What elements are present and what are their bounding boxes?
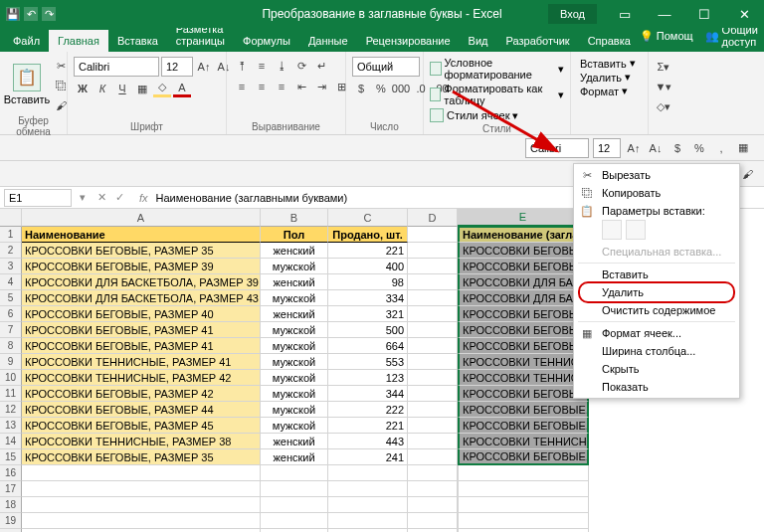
cell[interactable]: 321: [328, 306, 408, 322]
tab-file[interactable]: Файл: [4, 30, 49, 52]
mini-shrink-icon[interactable]: A↓: [647, 139, 665, 157]
wrap-text-icon[interactable]: ↵: [312, 57, 330, 75]
percent-icon[interactable]: %: [372, 80, 390, 97]
cell[interactable]: КРОССОВКИ ТЕННИСНЬ: [458, 354, 589, 370]
cell[interactable]: 334: [328, 290, 408, 306]
mini-comma-icon[interactable]: ,: [712, 139, 730, 157]
cell[interactable]: мужской: [261, 386, 328, 402]
paste-opt-1-icon[interactable]: [602, 220, 622, 240]
mini-font-name[interactable]: Calibri: [525, 138, 589, 158]
cell[interactable]: 98: [328, 274, 408, 290]
row-header[interactable]: 9: [0, 354, 22, 370]
cell[interactable]: [408, 481, 458, 497]
row-header[interactable]: 17: [0, 481, 22, 497]
cell[interactable]: [408, 370, 458, 386]
row-header[interactable]: 5: [0, 290, 22, 306]
cell[interactable]: КРОССОВКИ БЕГОВЫЕ,: [458, 306, 589, 322]
italic-icon[interactable]: К: [94, 80, 111, 97]
cell[interactable]: КРОССОВКИ БЕГОВЫЕ,: [458, 243, 589, 259]
cell[interactable]: 222: [328, 402, 408, 418]
cell[interactable]: [408, 434, 458, 449]
mini-currency-icon[interactable]: $: [668, 139, 686, 157]
cell[interactable]: [408, 322, 458, 338]
cell[interactable]: КРОССОВКИ БЕГОВЫЕ, РАЗМЕР 42: [22, 386, 261, 402]
cell[interactable]: КРОССОВКИ БЕГОВЫЕ, РАЗМЕР 41: [22, 338, 261, 354]
currency-icon[interactable]: $: [352, 80, 370, 97]
fb-dropdown-icon[interactable]: ▾: [80, 191, 96, 204]
col-header-D[interactable]: D: [408, 209, 458, 227]
cell[interactable]: женский: [261, 243, 328, 259]
cell[interactable]: мужской: [261, 338, 328, 354]
cell[interactable]: КРОССОВКИ БЕГОВЫЕ,: [458, 322, 589, 338]
cell[interactable]: 553: [328, 354, 408, 370]
cell[interactable]: [22, 481, 261, 497]
cell[interactable]: КРОССОВКИ БЕГОВЫЕ, РАЗМЕР 45: [22, 418, 261, 434]
cell[interactable]: [261, 465, 328, 481]
fx-icon[interactable]: fx: [135, 192, 152, 204]
close-icon[interactable]: ✕: [724, 0, 764, 28]
fill-icon[interactable]: ▼▾: [655, 78, 672, 95]
row-header[interactable]: 13: [0, 418, 22, 434]
cell[interactable]: [408, 449, 458, 465]
align-center-icon[interactable]: ≡: [253, 78, 271, 95]
orientation-icon[interactable]: ⟳: [292, 57, 310, 75]
tab-review[interactable]: Рецензирование: [357, 30, 460, 52]
tab-home[interactable]: Главная: [49, 30, 108, 52]
cell[interactable]: 500: [328, 322, 408, 338]
ctx-copy[interactable]: ⿻Копировать: [574, 184, 739, 202]
sum-icon[interactable]: Σ▾: [655, 58, 672, 76]
row-header[interactable]: 10: [0, 370, 22, 386]
cell[interactable]: КРОССОВКИ ТЕННИСНЫЕ, РАЗМЕР 38: [22, 434, 261, 449]
cell[interactable]: [408, 306, 458, 322]
cell[interactable]: [408, 354, 458, 370]
maximize-icon[interactable]: ☐: [684, 0, 724, 28]
cell[interactable]: [408, 290, 458, 306]
ctx-column-width[interactable]: Ширина столбца...: [574, 342, 739, 360]
cell[interactable]: [408, 338, 458, 354]
font-name-select[interactable]: Calibri: [74, 57, 159, 77]
format-as-table-button[interactable]: Форматировать как таблицу ▾: [430, 83, 564, 106]
underline-icon[interactable]: Ч: [113, 80, 131, 97]
ctx-cut[interactable]: ✂Вырезать: [574, 166, 739, 184]
mini-font-size[interactable]: 12: [593, 138, 621, 158]
cell[interactable]: КРОССОВКИ ДЛЯ БАСКЕ: [458, 290, 589, 306]
ctx-format-cells[interactable]: ▦Формат ячеек...: [574, 324, 739, 342]
ctx-insert[interactable]: Вставить: [574, 266, 739, 283]
ribbon-options-icon[interactable]: ▭: [605, 0, 645, 28]
row-header[interactable]: 19: [0, 513, 22, 529]
cell[interactable]: Пол: [261, 227, 328, 243]
ctx-show[interactable]: Показать: [574, 378, 739, 396]
cell[interactable]: [408, 274, 458, 290]
select-all-corner[interactable]: [0, 209, 22, 227]
cell[interactable]: женский: [261, 434, 328, 449]
cell[interactable]: мужской: [261, 259, 328, 274]
cell[interactable]: [261, 513, 328, 529]
cell[interactable]: [408, 465, 458, 481]
row-header[interactable]: 4: [0, 274, 22, 290]
cell[interactable]: [22, 497, 261, 513]
cell[interactable]: КРОССОВКИ ТЕННИСНЬ: [458, 434, 589, 449]
cell[interactable]: КРОССОВКИ ДЛЯ БАСКЕТБОЛА, РАЗМЕР 39: [22, 274, 261, 290]
cell[interactable]: [458, 497, 589, 513]
cell[interactable]: [328, 481, 408, 497]
cell[interactable]: [22, 465, 261, 481]
align-bottom-icon[interactable]: ⭳: [273, 57, 290, 75]
cell[interactable]: 221: [328, 418, 408, 434]
cell[interactable]: женский: [261, 306, 328, 322]
cell[interactable]: Продано, шт.: [328, 227, 408, 243]
login-button[interactable]: Вход: [548, 4, 597, 24]
row-header[interactable]: 14: [0, 434, 22, 449]
fb-cancel-icon[interactable]: ✕: [97, 191, 113, 204]
grow-font-icon[interactable]: A↑: [195, 58, 213, 76]
paste-opt-2-icon[interactable]: [626, 220, 646, 240]
cell[interactable]: [408, 402, 458, 418]
insert-cells-button[interactable]: Вставить ▾: [577, 57, 636, 70]
cell[interactable]: КРОССОВКИ БЕГОВЫЕ, РАЗМЕР 35: [22, 449, 261, 465]
cell[interactable]: [328, 513, 408, 529]
align-middle-icon[interactable]: ≡: [253, 57, 271, 75]
row-header[interactable]: 1: [0, 227, 22, 243]
cell[interactable]: [408, 513, 458, 529]
font-color-icon[interactable]: A: [173, 80, 191, 97]
cell[interactable]: [408, 386, 458, 402]
align-left-icon[interactable]: ≡: [233, 78, 251, 95]
